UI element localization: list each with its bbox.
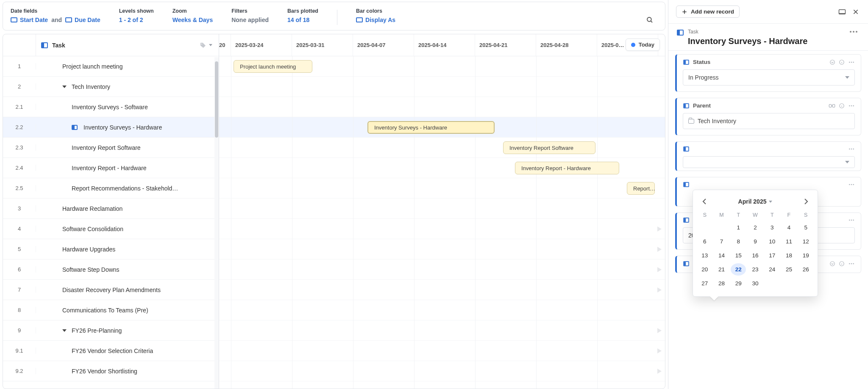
timeline-row[interactable] [219, 300, 665, 320]
calendar-day[interactable]: 15 [731, 249, 746, 262]
task-row[interactable]: 4Software Consolidation [3, 219, 219, 239]
calendar-day[interactable]: 20 [697, 263, 712, 276]
timeline-row[interactable] [219, 259, 665, 280]
calendar-day[interactable]: 2 [748, 221, 763, 234]
task-row[interactable]: 9.2FY26 Vendor Shortlisting [3, 361, 219, 381]
search-button[interactable] [644, 14, 656, 26]
calendar-day[interactable]: 12 [798, 235, 813, 248]
field-menu-button[interactable] [848, 219, 855, 221]
task-row[interactable]: 8Communications To Teams (Pre) [3, 300, 219, 320]
gantt-bar[interactable]: Report… [627, 182, 655, 195]
timeline-row[interactable] [219, 199, 665, 219]
calendar-day[interactable]: 17 [765, 249, 780, 262]
calendar-day[interactable]: 3 [765, 221, 780, 234]
gantt-bar[interactable]: Inventory Surveys - Hardware [367, 121, 495, 134]
calendar-day[interactable]: 25 [782, 263, 797, 276]
gantt-bar[interactable]: Inventory Report - Hardware [515, 162, 619, 174]
task-row[interactable]: 2.3Inventory Report Software [3, 138, 219, 158]
scrollbar-thumb[interactable] [215, 61, 218, 138]
calendar-day[interactable]: 6 [697, 235, 712, 248]
timeline-row[interactable] [219, 239, 665, 259]
calendar-day[interactable]: 22 [731, 263, 746, 276]
calendar-day[interactable]: 28 [714, 277, 729, 290]
calendar-day[interactable]: 24 [765, 263, 780, 276]
calendar-day[interactable]: 8 [731, 235, 746, 248]
calendar-day[interactable]: 16 [748, 249, 763, 262]
calendar-day[interactable]: 29 [731, 277, 746, 290]
calendar-day[interactable]: 11 [782, 235, 797, 248]
hidden-select-1[interactable] [683, 156, 855, 168]
calendar-next-button[interactable] [801, 197, 812, 206]
calendar-day[interactable]: 10 [765, 235, 780, 248]
info-icon[interactable] [839, 261, 845, 267]
field-menu-button[interactable] [848, 148, 855, 150]
caret-down-icon[interactable] [62, 329, 67, 332]
calendar-day[interactable]: 23 [748, 263, 763, 276]
calendar-day[interactable]: 26 [798, 263, 813, 276]
timeline-row[interactable] [219, 280, 665, 300]
calendar-prev-button[interactable] [699, 197, 710, 206]
zoom[interactable]: Zoom Weeks & Days [172, 8, 213, 23]
task-row[interactable]: 1Project launch meeting [3, 56, 219, 77]
levels-shown[interactable]: Levels shown 1 - 2 of 2 [119, 8, 154, 23]
panel-menu-button[interactable] [848, 29, 860, 35]
field-menu-button[interactable] [848, 61, 855, 63]
info-icon[interactable] [839, 59, 845, 65]
date-fields[interactable]: Date fields Start Date and Due Date [11, 8, 100, 23]
calendar-day[interactable]: 1 [731, 221, 746, 234]
collapse-icon[interactable] [829, 59, 835, 65]
task-row[interactable]: 9FY26 Pre-Planning [3, 320, 219, 341]
link-icon[interactable] [829, 103, 835, 108]
field-menu-button[interactable] [848, 263, 855, 265]
calendar-day[interactable]: 18 [782, 249, 797, 262]
calendar-day[interactable]: 27 [697, 277, 712, 290]
status-select[interactable]: In Progress [683, 69, 855, 86]
calendar-day[interactable]: 4 [782, 221, 797, 234]
calendar-day[interactable]: 7 [714, 235, 729, 248]
calendar-title[interactable]: April 2025 [713, 198, 797, 205]
calendar-day[interactable]: 30 [748, 277, 763, 290]
task-row[interactable]: 2.2Inventory Surveys - Hardware [3, 117, 219, 138]
date-picker[interactable]: April 2025 SMTWTFS··12345678910111213141… [693, 190, 818, 297]
timeline-row[interactable] [219, 77, 665, 97]
add-record-button[interactable]: Add new record [676, 6, 740, 18]
task-row[interactable]: 5Hardware Upgrades [3, 239, 219, 259]
task-row[interactable]: 2.5Report Recommendations - Stakehold… [3, 178, 219, 199]
calendar-day[interactable]: 9 [748, 235, 763, 248]
today-button[interactable]: Today [626, 39, 660, 51]
task-row[interactable]: 7Disaster Recovery Plan Amendments [3, 280, 219, 300]
timeline-row[interactable] [219, 178, 665, 199]
timeline-row[interactable] [219, 138, 665, 158]
task-row[interactable]: 6Software Step Downs [3, 259, 219, 280]
timeline-row[interactable] [219, 320, 665, 341]
gantt-bar[interactable]: Inventory Report Software [503, 141, 595, 154]
caret-down-icon[interactable] [62, 86, 67, 88]
task-row[interactable]: 3Hardware Reclamation [3, 199, 219, 219]
calendar-day[interactable]: 5 [798, 221, 813, 234]
field-menu-button[interactable] [848, 184, 855, 185]
calendar-day[interactable]: 21 [714, 263, 729, 276]
scrollbar[interactable] [214, 57, 219, 389]
bar-colors[interactable]: Bar colors Display As [356, 8, 395, 23]
timeline-row[interactable] [219, 97, 665, 117]
task-row[interactable]: 9.1FY26 Vendor Selection Criteria [3, 341, 219, 361]
timeline-row[interactable] [219, 219, 665, 239]
calendar-day[interactable]: 19 [798, 249, 813, 262]
filters[interactable]: Filters None applied [231, 8, 269, 23]
tag-dropdown[interactable] [193, 42, 219, 49]
close-button[interactable] [851, 7, 860, 17]
expand-button[interactable] [837, 7, 847, 17]
gantt-bar[interactable]: Project launch meeting [234, 60, 312, 73]
bars-plotted[interactable]: Bars plotted 14 of 18 [287, 8, 318, 23]
task-row[interactable]: 2.1Inventory Surveys - Software [3, 97, 219, 117]
collapse-icon[interactable] [829, 261, 835, 267]
field-menu-button[interactable] [848, 105, 855, 107]
timeline-row[interactable] [219, 361, 665, 381]
task-row[interactable]: 2.4Inventory Report - Hardware [3, 158, 219, 178]
timeline-row[interactable] [219, 341, 665, 361]
parent-select[interactable]: Tech Inventory [683, 113, 855, 129]
calendar-day[interactable]: 14 [714, 249, 729, 262]
info-icon[interactable] [839, 103, 845, 109]
task-row[interactable]: 2Tech Inventory [3, 77, 219, 97]
calendar-day[interactable]: 13 [697, 249, 712, 262]
